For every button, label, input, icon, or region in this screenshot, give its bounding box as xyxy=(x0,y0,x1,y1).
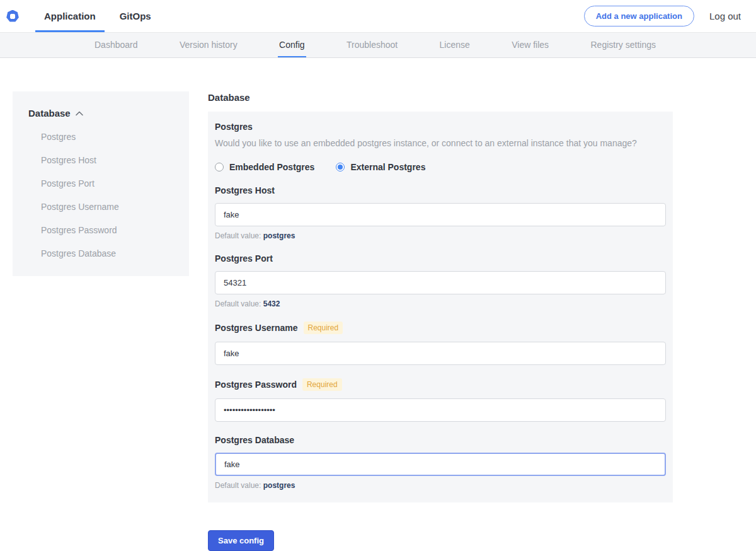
field-postgres-password-label: Postgres Password xyxy=(215,380,297,390)
postgres-port-default-hint: Default value: 5432 xyxy=(215,299,666,308)
top-navigation: Application GitOps Add a new application… xyxy=(0,0,756,33)
subnav-item-dashboard[interactable]: Dashboard xyxy=(93,33,139,57)
subnav-item-registry-settings[interactable]: Registry settings xyxy=(590,33,657,57)
sidebar-group-database[interactable]: Database xyxy=(28,108,189,119)
field-postgres-label: Postgres xyxy=(215,122,666,132)
default-hint-value: postgres xyxy=(263,481,295,490)
field-postgres-host-label: Postgres Host xyxy=(215,185,275,195)
default-hint-value: postgres xyxy=(263,231,295,240)
default-hint-label: Default value: xyxy=(215,231,261,240)
tab-application[interactable]: Application xyxy=(35,0,105,32)
radio-external-postgres-label: External Postgres xyxy=(350,162,425,172)
postgres-host-input[interactable] xyxy=(215,203,666,226)
postgres-port-input[interactable] xyxy=(215,271,666,294)
radio-external-postgres[interactable]: External Postgres xyxy=(336,162,425,172)
field-postgres: Postgres Would you like to use an embedd… xyxy=(215,122,666,172)
required-badge: Required xyxy=(302,378,342,391)
field-postgres-password: Postgres Password Required xyxy=(215,378,666,422)
required-badge: Required xyxy=(304,322,343,334)
radio-embedded-postgres[interactable]: Embedded Postgres xyxy=(215,162,314,172)
topnav-right: Add a new application Log out xyxy=(584,0,741,32)
default-hint-value: 5432 xyxy=(263,299,280,308)
field-postgres-database-label: Postgres Database xyxy=(215,435,294,445)
radio-unselected-icon[interactable] xyxy=(215,163,224,171)
database-config-panel: Postgres Would you like to use an embedd… xyxy=(208,112,673,502)
field-postgres-port-label: Postgres Port xyxy=(215,253,273,264)
field-postgres-database: Postgres Database Default value: postgre… xyxy=(215,435,666,490)
sidebar-item-list: Postgres Postgres Host Postgres Port Pos… xyxy=(13,132,189,258)
sidebar-item-postgres[interactable]: Postgres xyxy=(41,132,189,142)
radio-selected-icon[interactable] xyxy=(336,163,345,171)
postgres-host-default-hint: Default value: postgres xyxy=(215,231,666,240)
save-config-button[interactable]: Save config xyxy=(208,530,274,551)
tab-gitops[interactable]: GitOps xyxy=(111,0,160,32)
config-page: Database Postgres Postgres Host Postgres… xyxy=(0,58,756,551)
sidebar-item-postgres-username[interactable]: Postgres Username xyxy=(41,202,189,212)
sidebar-item-postgres-host[interactable]: Postgres Host xyxy=(41,155,189,165)
sidebar-item-postgres-port[interactable]: Postgres Port xyxy=(41,178,189,188)
sidebar-item-postgres-password[interactable]: Postgres Password xyxy=(41,225,189,235)
app-sub-navigation: Dashboard Version history Config Trouble… xyxy=(0,33,756,58)
field-postgres-help-text: Would you like to use an embedded postgr… xyxy=(215,138,666,148)
subnav-item-license[interactable]: License xyxy=(438,33,471,57)
log-out-link[interactable]: Log out xyxy=(709,11,741,21)
radio-embedded-postgres-label: Embedded Postgres xyxy=(229,162,314,172)
config-main: Database Postgres Would you like to use … xyxy=(208,58,673,551)
subnav-item-troubleshoot[interactable]: Troubleshoot xyxy=(345,33,399,57)
subnav-item-version-history[interactable]: Version history xyxy=(178,33,239,57)
app-logo-icon xyxy=(6,10,19,23)
default-hint-label: Default value: xyxy=(215,481,261,490)
postgres-password-input[interactable] xyxy=(215,398,666,422)
sidebar-group-label: Database xyxy=(28,108,71,119)
postgres-database-default-hint: Default value: postgres xyxy=(215,481,666,490)
field-postgres-port: Postgres Port Default value: 5432 xyxy=(215,253,666,308)
field-postgres-username: Postgres Username Required xyxy=(215,322,666,365)
postgres-username-input[interactable] xyxy=(215,342,666,365)
topnav-tabs: Application GitOps xyxy=(35,0,166,32)
default-hint-label: Default value: xyxy=(215,299,261,308)
sidebar-item-postgres-database[interactable]: Postgres Database xyxy=(41,248,189,258)
subnav-item-view-files[interactable]: View files xyxy=(510,33,550,57)
field-postgres-username-label: Postgres Username xyxy=(215,323,298,333)
postgres-database-input[interactable] xyxy=(215,453,666,476)
field-postgres-host: Postgres Host Default value: postgres xyxy=(215,185,666,240)
postgres-radio-group: Embedded Postgres External Postgres xyxy=(215,162,666,172)
config-sidebar: Database Postgres Postgres Host Postgres… xyxy=(13,91,189,276)
subnav-item-config[interactable]: Config xyxy=(278,33,306,57)
config-group-title: Database xyxy=(208,92,673,103)
add-new-application-button[interactable]: Add a new application xyxy=(584,6,694,26)
chevron-up-icon xyxy=(76,111,83,116)
